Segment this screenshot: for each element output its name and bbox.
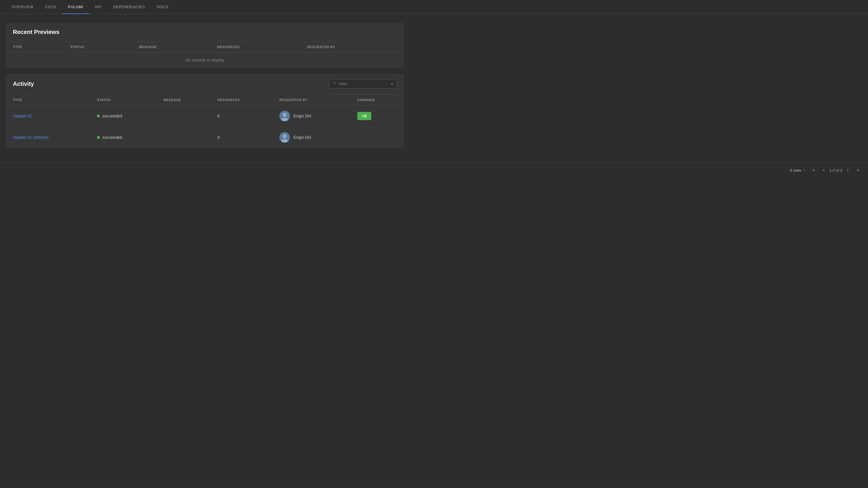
changes-badge: +5	[357, 112, 371, 120]
table-row: Update #2 succeeded 6	[6, 105, 404, 127]
activity-card: Activity × TYPE STATUS MESSAGE	[6, 73, 404, 148]
first-page-button[interactable]	[809, 167, 818, 174]
update2-link[interactable]: Update #2	[13, 114, 32, 118]
table-row: Update #1 (refresh) succeeded 0	[6, 127, 404, 148]
col-changes-activity: CHANGES	[350, 95, 404, 105]
recent-previews-thead: TYPE STATUS MESSAGE RESOURCES REQUESTED …	[6, 41, 404, 53]
nav-item-api[interactable]: API	[89, 0, 107, 14]
update1-link[interactable]: Update #1 (refresh)	[13, 135, 48, 140]
row1-changes: +5	[350, 105, 404, 127]
filter-icon	[333, 82, 337, 86]
no-records-text: No records to display	[6, 53, 404, 68]
col-message-activity: MESSAGE	[156, 95, 210, 105]
activity-thead: TYPE STATUS MESSAGE RESOURCES REQUESTED …	[6, 95, 404, 105]
row1-status-text: succeeded	[102, 114, 122, 118]
recent-previews-card: Recent Previews TYPE STATUS MESSAGE RESO…	[6, 23, 404, 68]
avatar	[279, 111, 290, 121]
nav-item-pulumi[interactable]: PULUMI	[62, 0, 89, 14]
row2-changes	[350, 127, 404, 148]
col-message-preview: MESSAGE	[132, 41, 210, 53]
col-status-preview: STATUS	[64, 41, 132, 53]
nav-bar: OVERVIEW CI/CD PULUMI API DEPENDENCIES D…	[0, 0, 868, 14]
next-page-button[interactable]	[843, 167, 852, 174]
status-dot-success	[97, 115, 100, 118]
col-resources-activity: RESOURCES	[210, 95, 272, 105]
nav-item-docs[interactable]: DOCS	[151, 0, 174, 14]
row1-requestedby: Engin Diri	[272, 105, 350, 127]
activity-tbody: Update #2 succeeded 6	[6, 105, 404, 148]
row2-message	[156, 127, 210, 148]
col-requestedby-preview: REQUESTED BY	[300, 41, 404, 53]
nav-item-dependencies[interactable]: DEPENDENCIES	[107, 0, 151, 14]
col-resources-preview: RESOURCES	[210, 41, 300, 53]
col-status-activity: STATUS	[90, 95, 156, 105]
last-page-button[interactable]	[854, 167, 862, 174]
col-type-activity: TYPE	[6, 95, 90, 105]
row2-type: Update #1 (refresh)	[6, 127, 90, 148]
recent-previews-title: Recent Previews	[13, 29, 397, 35]
col-requestedby-activity: REQUESTED BY	[272, 95, 350, 105]
status-dot-success	[97, 136, 100, 139]
recent-previews-tbody: No records to display	[6, 53, 404, 68]
pagination-bar: 5 rows 1-2 of 2	[0, 162, 868, 178]
filter-input[interactable]	[339, 82, 388, 86]
row1-username: Engin Diri	[293, 114, 311, 118]
rows-dropdown[interactable]: 5 rows	[790, 168, 806, 173]
pagination-controls: 1-2 of 2	[809, 167, 862, 174]
row2-username: Engin Diri	[293, 135, 311, 140]
svg-point-4	[283, 113, 287, 117]
filter-wrapper[interactable]: ×	[329, 80, 397, 88]
row2-status-text: succeeded	[102, 135, 122, 140]
recent-previews-table: TYPE STATUS MESSAGE RESOURCES REQUESTED …	[6, 41, 404, 68]
col-type-preview: TYPE	[6, 41, 64, 53]
row1-resources: 6	[210, 105, 272, 127]
nav-item-overview[interactable]: OVERVIEW	[6, 0, 39, 14]
prev-page-button[interactable]	[819, 167, 828, 174]
activity-header: Activity ×	[6, 73, 404, 94]
main-content: Recent Previews TYPE STATUS MESSAGE RESO…	[0, 14, 410, 162]
page-info: 1-2 of 2	[829, 168, 842, 173]
row1-type: Update #2	[6, 105, 90, 127]
avatar	[279, 132, 290, 143]
activity-title: Activity	[13, 81, 34, 87]
rows-selector: 5 rows	[790, 168, 806, 173]
rows-label: 5 rows	[790, 168, 801, 173]
activity-table: TYPE STATUS MESSAGE RESOURCES REQUESTED …	[6, 94, 404, 148]
svg-point-7	[283, 134, 287, 138]
row2-resources: 0	[210, 127, 272, 148]
recent-previews-header: Recent Previews	[6, 23, 404, 41]
nav-item-cicd[interactable]: CI/CD	[39, 0, 62, 14]
chevron-down-icon	[802, 168, 806, 173]
row2-requestedby: Engin Diri	[272, 127, 350, 148]
row1-status: succeeded	[90, 105, 156, 127]
row2-status: succeeded	[90, 127, 156, 148]
filter-clear-icon[interactable]: ×	[391, 82, 393, 86]
row1-message	[156, 105, 210, 127]
